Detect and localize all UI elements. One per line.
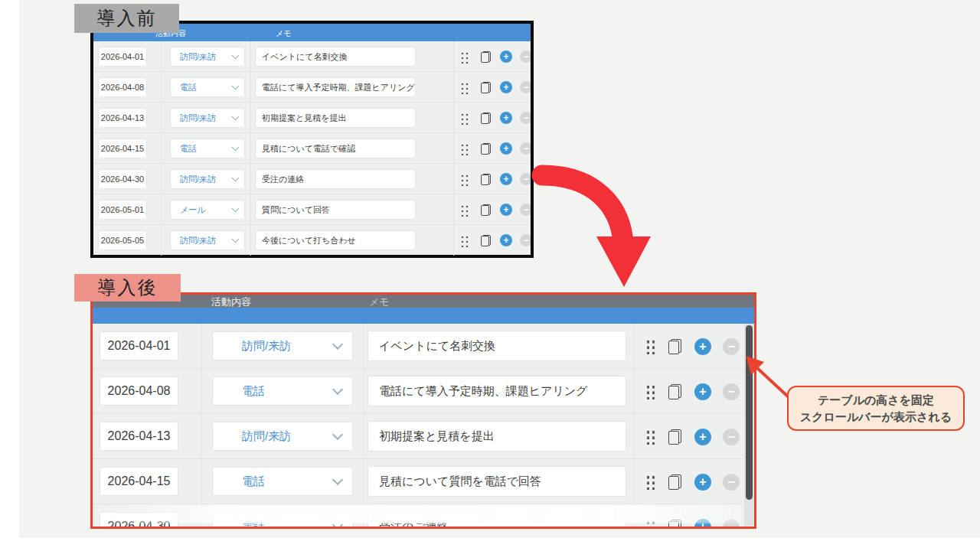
add-row-button[interactable]: + bbox=[694, 429, 711, 445]
table-row: 2026-04-01 訪問/来訪 イベントにて名刺交換 +− bbox=[93, 324, 754, 369]
drag-handle-icon[interactable] bbox=[460, 235, 469, 247]
copy-icon[interactable] bbox=[668, 384, 681, 399]
add-row-button[interactable]: + bbox=[694, 338, 711, 355]
copy-icon[interactable] bbox=[668, 474, 681, 490]
activity-value: 訪問/来訪 bbox=[242, 429, 291, 444]
remove-row-button[interactable]: − bbox=[723, 429, 740, 445]
before-table-rows: 2026-04-01 訪問/来訪 イベントにて名刺交換 +− 2026-04-0… bbox=[93, 41, 531, 256]
remove-row-button[interactable]: − bbox=[520, 112, 531, 124]
activity-dropdown[interactable]: 電話 bbox=[170, 77, 245, 97]
add-row-button[interactable]: + bbox=[500, 173, 512, 185]
date-field[interactable]: 2026-04-15 bbox=[98, 139, 147, 158]
table-row: 2026-05-01 メール 質問について回答 +− bbox=[93, 194, 531, 225]
memo-field[interactable]: 質問について回答 bbox=[255, 200, 416, 220]
copy-icon[interactable] bbox=[481, 174, 491, 185]
copy-icon[interactable] bbox=[481, 143, 491, 155]
remove-row-button[interactable]: − bbox=[520, 204, 531, 216]
memo-field[interactable]: 受注の連絡 bbox=[255, 169, 416, 189]
copy-icon[interactable] bbox=[668, 339, 681, 354]
date-field[interactable]: 2026-04-01 bbox=[100, 331, 178, 360]
copy-icon[interactable] bbox=[481, 112, 491, 124]
vertical-scrollbar[interactable] bbox=[744, 324, 753, 526]
remove-row-button[interactable]: − bbox=[520, 81, 531, 93]
remove-row-button[interactable]: − bbox=[520, 173, 531, 185]
activity-dropdown[interactable]: 訪問/来訪 bbox=[212, 422, 353, 451]
memo-field[interactable]: 電話にて導入予定時期、課題ヒアリング bbox=[255, 77, 416, 97]
drag-handle-icon[interactable] bbox=[460, 51, 469, 64]
activity-dropdown[interactable]: 訪問/来訪 bbox=[212, 331, 353, 360]
remove-row-button[interactable]: − bbox=[723, 383, 740, 400]
memo-field[interactable]: 見積について質問を電話で回答 bbox=[368, 466, 626, 497]
date-field[interactable]: 2026-04-13 bbox=[98, 108, 147, 128]
chevron-down-icon bbox=[232, 51, 240, 59]
add-row-button[interactable]: + bbox=[694, 474, 711, 491]
date-field[interactable]: 2026-04-13 bbox=[100, 422, 178, 451]
activity-value: 電話 bbox=[242, 384, 265, 399]
row-cutoff-fade bbox=[96, 505, 740, 523]
add-row-button[interactable]: + bbox=[500, 142, 512, 155]
bottom-margin bbox=[0, 538, 980, 551]
chevron-down-icon bbox=[332, 384, 343, 395]
memo-field[interactable]: イベントにて名刺交換 bbox=[255, 47, 416, 67]
curved-arrow bbox=[530, 157, 660, 298]
drag-handle-icon[interactable] bbox=[645, 384, 656, 399]
add-row-button[interactable]: + bbox=[500, 51, 512, 63]
remove-row-button[interactable]: − bbox=[723, 338, 740, 355]
table-row: 2026-04-13 訪問/来訪 初期提案と見積を提出 +− bbox=[93, 414, 754, 459]
date-field[interactable]: 2026-04-30 bbox=[98, 169, 147, 189]
date-field[interactable]: 2026-04-15 bbox=[100, 467, 178, 496]
drag-handle-icon[interactable] bbox=[645, 474, 656, 490]
chevron-down-icon bbox=[232, 143, 240, 151]
drag-handle-icon[interactable] bbox=[460, 174, 469, 186]
table-row: 2026-04-08 電話 電話にて導入予定時期、課題ヒアリング +− bbox=[93, 369, 754, 414]
chevron-down-icon bbox=[232, 235, 240, 243]
activity-value: 訪問/来訪 bbox=[180, 51, 216, 63]
date-field[interactable]: 2026-05-01 bbox=[98, 200, 147, 220]
add-row-button[interactable]: + bbox=[500, 204, 512, 216]
date-field[interactable]: 2026-05-05 bbox=[98, 230, 147, 250]
memo-field[interactable]: 電話にて導入予定時期、課題ヒアリング bbox=[368, 376, 626, 406]
activity-dropdown[interactable]: 訪問/来訪 bbox=[170, 108, 245, 128]
chevron-down-icon bbox=[232, 82, 240, 90]
drag-handle-icon[interactable] bbox=[460, 143, 469, 155]
remove-row-button[interactable]: − bbox=[520, 51, 531, 63]
add-row-button[interactable]: + bbox=[694, 383, 711, 400]
after-table: 活動内容 メモ 2026-04-01 訪問/来訪 イベントにて名刺交換 +− 2… bbox=[90, 292, 756, 529]
copy-icon[interactable] bbox=[481, 51, 491, 63]
date-field[interactable]: 2026-04-08 bbox=[98, 77, 147, 97]
scrollbar-thumb[interactable] bbox=[746, 325, 753, 500]
chevron-down-icon bbox=[232, 204, 240, 212]
drag-handle-icon[interactable] bbox=[460, 204, 469, 217]
activity-dropdown[interactable]: 電話 bbox=[212, 467, 353, 496]
memo-field[interactable]: 今後について打ち合わせ bbox=[255, 230, 416, 250]
remove-row-button[interactable]: − bbox=[520, 234, 531, 246]
table-row: 2026-04-15 電話 見積について質問を電話で回答 +− bbox=[93, 459, 754, 504]
remove-row-button[interactable]: − bbox=[723, 474, 740, 491]
remove-row-button[interactable]: − bbox=[520, 142, 531, 155]
memo-field[interactable]: 初期提案と見積を提出 bbox=[255, 108, 416, 128]
copy-icon[interactable] bbox=[481, 82, 491, 93]
add-row-button[interactable]: + bbox=[500, 234, 512, 246]
date-field[interactable]: 2026-04-01 bbox=[98, 47, 147, 67]
table-row: 2026-04-13 訪問/来訪 初期提案と見積を提出 +− bbox=[93, 103, 531, 133]
drag-handle-icon[interactable] bbox=[460, 112, 469, 125]
date-field[interactable]: 2026-04-08 bbox=[100, 377, 178, 406]
callout-line-1: テーブルの高さを固定 bbox=[818, 392, 934, 409]
drag-handle-icon[interactable] bbox=[460, 82, 469, 94]
memo-field[interactable]: 見積について電話で確認 bbox=[255, 139, 416, 158]
add-row-button[interactable]: + bbox=[500, 112, 512, 124]
copy-icon[interactable] bbox=[668, 429, 681, 445]
copy-icon[interactable] bbox=[481, 204, 491, 216]
activity-dropdown[interactable]: 電話 bbox=[170, 139, 245, 158]
copy-icon[interactable] bbox=[481, 235, 491, 246]
activity-dropdown[interactable]: 訪問/来訪 bbox=[170, 230, 245, 250]
memo-field[interactable]: 初期提案と見積を提出 bbox=[368, 421, 626, 452]
drag-handle-icon[interactable] bbox=[645, 339, 656, 354]
add-row-button[interactable]: + bbox=[500, 81, 512, 93]
activity-dropdown[interactable]: 訪問/来訪 bbox=[170, 169, 245, 189]
activity-dropdown[interactable]: 電話 bbox=[212, 377, 353, 406]
activity-dropdown[interactable]: メール bbox=[170, 200, 245, 220]
memo-field[interactable]: イベントにて名刺交換 bbox=[368, 331, 626, 361]
activity-dropdown[interactable]: 訪問/来訪 bbox=[170, 47, 245, 67]
drag-handle-icon[interactable] bbox=[645, 429, 656, 445]
